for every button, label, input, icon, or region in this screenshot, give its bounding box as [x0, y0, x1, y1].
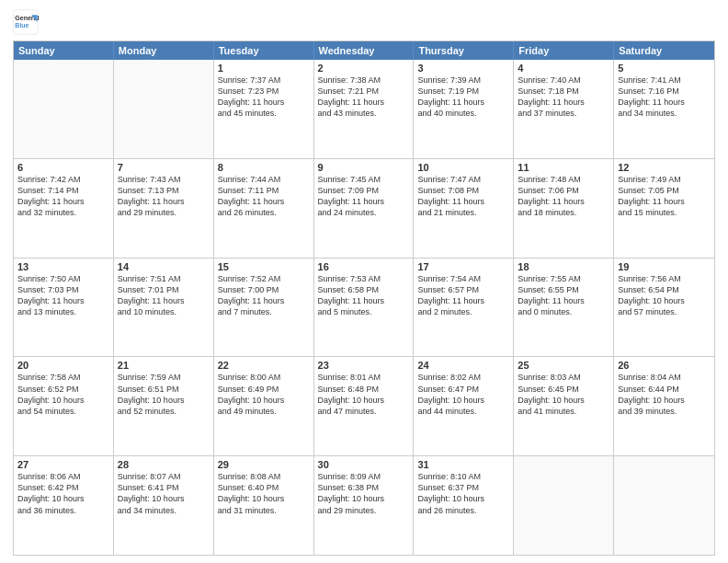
- calendar-day-1: 1Sunrise: 7:37 AM Sunset: 7:23 PM Daylig…: [214, 60, 314, 158]
- calendar-week: 27Sunrise: 8:06 AM Sunset: 6:42 PM Dayli…: [14, 455, 714, 555]
- calendar-day-30: 30Sunrise: 8:09 AM Sunset: 6:38 PM Dayli…: [314, 456, 415, 555]
- day-info: Sunrise: 7:49 AM Sunset: 7:05 PM Dayligh…: [618, 175, 685, 217]
- day-number: 8: [218, 162, 310, 173]
- day-number: 22: [218, 360, 310, 371]
- calendar-week: 20Sunrise: 7:58 AM Sunset: 6:52 PM Dayli…: [14, 356, 714, 455]
- day-info: Sunrise: 7:48 AM Sunset: 7:06 PM Dayligh…: [518, 175, 585, 217]
- calendar: SundayMondayTuesdayWednesdayThursdayFrid…: [13, 40, 715, 556]
- day-info: Sunrise: 7:55 AM Sunset: 6:55 PM Dayligh…: [518, 274, 585, 316]
- day-info: Sunrise: 7:47 AM Sunset: 7:08 PM Dayligh…: [417, 175, 484, 217]
- day-number: 17: [417, 261, 509, 272]
- day-number: 26: [618, 360, 711, 371]
- calendar-day-16: 16Sunrise: 7:53 AM Sunset: 6:58 PM Dayli…: [314, 259, 415, 357]
- day-info: Sunrise: 7:45 AM Sunset: 7:09 PM Dayligh…: [318, 175, 385, 217]
- day-info: Sunrise: 7:44 AM Sunset: 7:11 PM Dayligh…: [218, 175, 285, 217]
- calendar-day-23: 23Sunrise: 8:01 AM Sunset: 6:48 PM Dayli…: [314, 357, 415, 455]
- calendar-day-6: 6Sunrise: 7:42 AM Sunset: 7:14 PM Daylig…: [14, 159, 114, 258]
- calendar-week: 6Sunrise: 7:42 AM Sunset: 7:14 PM Daylig…: [14, 158, 714, 258]
- calendar-day-26: 26Sunrise: 8:04 AM Sunset: 6:44 PM Dayli…: [614, 357, 714, 455]
- calendar-header: SundayMondayTuesdayWednesdayThursdayFrid…: [14, 41, 714, 60]
- day-number: 19: [618, 261, 711, 272]
- day-info: Sunrise: 7:54 AM Sunset: 6:57 PM Dayligh…: [417, 274, 484, 316]
- calendar-day-8: 8Sunrise: 7:44 AM Sunset: 7:11 PM Daylig…: [214, 159, 314, 258]
- day-number: 25: [518, 360, 609, 371]
- day-number: 24: [417, 360, 509, 371]
- day-info: Sunrise: 7:38 AM Sunset: 7:21 PM Dayligh…: [318, 75, 385, 118]
- weekday-header: Thursday: [414, 41, 514, 60]
- day-info: Sunrise: 7:40 AM Sunset: 7:18 PM Dayligh…: [518, 75, 585, 118]
- day-info: Sunrise: 8:01 AM Sunset: 6:48 PM Dayligh…: [318, 373, 385, 415]
- day-info: Sunrise: 7:56 AM Sunset: 6:54 PM Dayligh…: [618, 274, 685, 316]
- logo: General Blue: [13, 9, 39, 35]
- day-number: 23: [318, 360, 410, 371]
- calendar-day-4: 4Sunrise: 7:40 AM Sunset: 7:18 PM Daylig…: [514, 60, 614, 158]
- calendar-day-22: 22Sunrise: 8:00 AM Sunset: 6:49 PM Dayli…: [214, 357, 314, 455]
- day-number: 3: [417, 63, 509, 74]
- calendar-day-24: 24Sunrise: 8:02 AM Sunset: 6:47 PM Dayli…: [414, 357, 514, 455]
- day-info: Sunrise: 7:39 AM Sunset: 7:19 PM Dayligh…: [417, 75, 484, 118]
- day-number: 6: [17, 162, 109, 173]
- day-info: Sunrise: 8:08 AM Sunset: 6:40 PM Dayligh…: [218, 472, 285, 514]
- day-number: 13: [17, 261, 109, 272]
- day-info: Sunrise: 7:43 AM Sunset: 7:13 PM Dayligh…: [118, 175, 185, 217]
- day-info: Sunrise: 7:53 AM Sunset: 6:58 PM Dayligh…: [318, 274, 385, 316]
- calendar-day-13: 13Sunrise: 7:50 AM Sunset: 7:03 PM Dayli…: [14, 259, 114, 357]
- day-info: Sunrise: 8:07 AM Sunset: 6:41 PM Dayligh…: [118, 472, 185, 514]
- calendar-day-20: 20Sunrise: 7:58 AM Sunset: 6:52 PM Dayli…: [14, 357, 114, 455]
- header: General Blue: [13, 9, 715, 35]
- calendar-day-9: 9Sunrise: 7:45 AM Sunset: 7:09 PM Daylig…: [314, 159, 415, 258]
- day-number: 5: [618, 63, 711, 74]
- day-info: Sunrise: 7:42 AM Sunset: 7:14 PM Dayligh…: [17, 175, 85, 217]
- day-info: Sunrise: 7:37 AM Sunset: 7:23 PM Dayligh…: [218, 75, 285, 118]
- weekday-header: Tuesday: [214, 41, 314, 60]
- calendar-day-18: 18Sunrise: 7:55 AM Sunset: 6:55 PM Dayli…: [514, 259, 614, 357]
- calendar-day-25: 25Sunrise: 8:03 AM Sunset: 6:45 PM Dayli…: [514, 357, 614, 455]
- day-number: 2: [318, 63, 410, 74]
- day-info: Sunrise: 8:00 AM Sunset: 6:49 PM Dayligh…: [218, 373, 285, 415]
- calendar-body: 1Sunrise: 7:37 AM Sunset: 7:23 PM Daylig…: [14, 60, 714, 555]
- calendar-day-31: 31Sunrise: 8:10 AM Sunset: 6:37 PM Dayli…: [414, 456, 514, 555]
- calendar-day-3: 3Sunrise: 7:39 AM Sunset: 7:19 PM Daylig…: [414, 60, 514, 158]
- weekday-header: Friday: [514, 41, 614, 60]
- day-number: 16: [318, 261, 410, 272]
- day-number: 29: [218, 459, 310, 470]
- empty-cell: [114, 60, 214, 158]
- day-number: 18: [518, 261, 609, 272]
- empty-cell: [614, 456, 714, 555]
- day-info: Sunrise: 7:50 AM Sunset: 7:03 PM Dayligh…: [17, 274, 85, 316]
- day-info: Sunrise: 7:51 AM Sunset: 7:01 PM Dayligh…: [118, 274, 185, 316]
- day-info: Sunrise: 8:02 AM Sunset: 6:47 PM Dayligh…: [417, 373, 484, 415]
- calendar-day-14: 14Sunrise: 7:51 AM Sunset: 7:01 PM Dayli…: [114, 259, 214, 357]
- day-number: 9: [318, 162, 410, 173]
- calendar-day-19: 19Sunrise: 7:56 AM Sunset: 6:54 PM Dayli…: [614, 259, 714, 357]
- weekday-header: Saturday: [614, 41, 714, 60]
- day-number: 11: [518, 162, 609, 173]
- day-number: 21: [118, 360, 210, 371]
- calendar-week: 13Sunrise: 7:50 AM Sunset: 7:03 PM Dayli…: [14, 258, 714, 357]
- day-info: Sunrise: 7:52 AM Sunset: 7:00 PM Dayligh…: [218, 274, 285, 316]
- empty-cell: [14, 60, 114, 158]
- day-number: 12: [618, 162, 711, 173]
- day-info: Sunrise: 8:09 AM Sunset: 6:38 PM Dayligh…: [318, 472, 385, 514]
- day-number: 10: [417, 162, 509, 173]
- day-number: 31: [417, 459, 509, 470]
- calendar-day-17: 17Sunrise: 7:54 AM Sunset: 6:57 PM Dayli…: [414, 259, 514, 357]
- day-number: 7: [118, 162, 210, 173]
- day-info: Sunrise: 7:59 AM Sunset: 6:51 PM Dayligh…: [118, 373, 185, 415]
- calendar-day-15: 15Sunrise: 7:52 AM Sunset: 7:00 PM Dayli…: [214, 259, 314, 357]
- day-number: 15: [218, 261, 310, 272]
- day-info: Sunrise: 8:04 AM Sunset: 6:44 PM Dayligh…: [618, 373, 685, 415]
- day-info: Sunrise: 8:06 AM Sunset: 6:42 PM Dayligh…: [17, 472, 85, 514]
- day-info: Sunrise: 7:58 AM Sunset: 6:52 PM Dayligh…: [17, 373, 85, 415]
- day-number: 30: [318, 459, 410, 470]
- calendar-day-29: 29Sunrise: 8:08 AM Sunset: 6:40 PM Dayli…: [214, 456, 314, 555]
- calendar-day-28: 28Sunrise: 8:07 AM Sunset: 6:41 PM Dayli…: [114, 456, 214, 555]
- day-number: 4: [518, 63, 609, 74]
- calendar-day-12: 12Sunrise: 7:49 AM Sunset: 7:05 PM Dayli…: [614, 159, 714, 258]
- day-number: 28: [118, 459, 210, 470]
- day-info: Sunrise: 7:41 AM Sunset: 7:16 PM Dayligh…: [618, 75, 685, 118]
- empty-cell: [514, 456, 614, 555]
- calendar-day-27: 27Sunrise: 8:06 AM Sunset: 6:42 PM Dayli…: [14, 456, 114, 555]
- svg-text:Blue: Blue: [15, 22, 28, 29]
- calendar-day-7: 7Sunrise: 7:43 AM Sunset: 7:13 PM Daylig…: [114, 159, 214, 258]
